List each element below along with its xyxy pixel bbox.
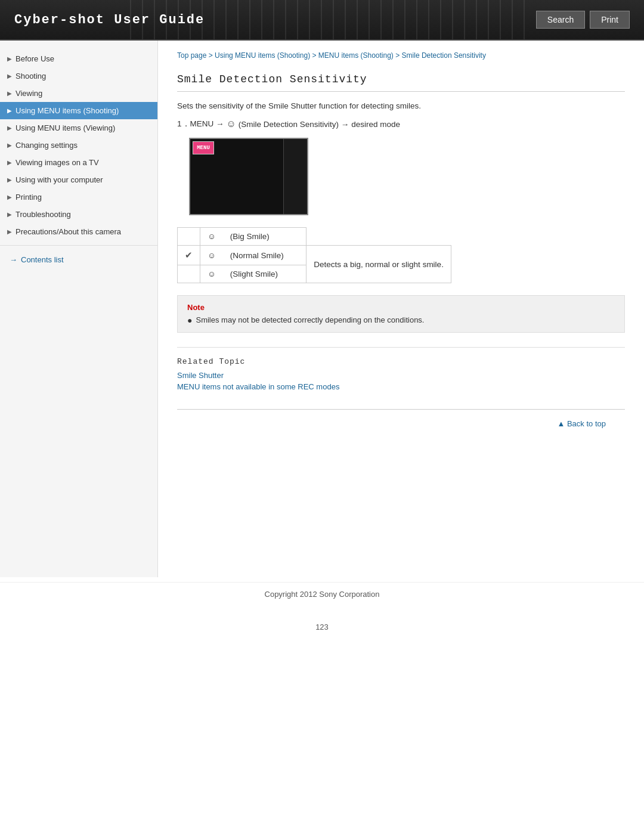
sidebar-item-10[interactable]: ▶ Precautions/About this camera — [0, 223, 157, 240]
breadcrumb: Top page > Using MENU items (Shooting) >… — [177, 50, 625, 61]
sidebar-arrow-4: ▶ — [7, 125, 12, 131]
breadcrumb-item-2[interactable]: MENU items (Shooting) — [318, 51, 394, 60]
sidebar-arrow-10: ▶ — [7, 228, 12, 235]
sidebar-item-6[interactable]: ▶ Viewing images on a TV — [0, 154, 157, 171]
sidebar-label-8: Printing — [16, 193, 42, 202]
sidebar-item-8[interactable]: ▶ Printing — [0, 188, 157, 206]
sidebar-arrow-6: ▶ — [7, 159, 12, 166]
desc-cell: Detects a big, normal or slight smile. — [306, 246, 451, 283]
sidebar-item-1[interactable]: ▶ Shooting — [0, 67, 157, 85]
step-1-text: 1．MENU → — [177, 119, 224, 129]
sidebar-item-2[interactable]: ▶ Viewing — [0, 85, 157, 102]
smile-table-row-1: ✔ ☺ (Normal Smile) Detects a big, normal… — [178, 246, 451, 265]
sidebar-arrow-7: ▶ — [7, 176, 12, 183]
copyright-text: Copyright 2012 Sony Corporation — [265, 590, 380, 599]
sidebar-label-6: Viewing images on a TV — [16, 158, 99, 167]
related-link-0[interactable]: Smile Shutter — [177, 371, 625, 380]
sidebar-item-3[interactable]: ▶ Using MENU items (Shooting) — [0, 102, 157, 119]
smile-table-row-0: ☺ (Big Smile) — [178, 228, 451, 246]
sidebar-item-4[interactable]: ▶ Using MENU items (Viewing) — [0, 119, 157, 137]
smiley-cell-2: ☺ — [200, 265, 223, 283]
smiley-icon-step: ☺ — [227, 119, 236, 129]
breadcrumb-item-0[interactable]: Top page — [177, 51, 206, 60]
arrow-right-icon: → — [10, 255, 17, 264]
breadcrumb-separator-0: > — [206, 51, 215, 60]
sidebar-item-5[interactable]: ▶ Changing settings — [0, 137, 157, 154]
smiley-cell-0: ☺ — [200, 228, 223, 246]
menu-screenshot: MENU — [189, 138, 308, 215]
sidebar-arrow-2: ▶ — [7, 90, 12, 97]
header-buttons: Search Print — [536, 11, 630, 29]
sidebar-arrow-0: ▶ — [7, 55, 12, 62]
sidebar-arrow-9: ▶ — [7, 211, 12, 218]
sidebar-item-0[interactable]: ▶ Before Use — [0, 50, 157, 67]
label-cell-1: (Normal Smile) — [223, 246, 306, 265]
empty-check-cell-0 — [178, 228, 200, 246]
main-content: Top page > Using MENU items (Shooting) >… — [158, 41, 644, 577]
step-1: 1．MENU → ☺ (Smile Detection Sensitivity)… — [177, 119, 625, 129]
sidebar-arrow-3: ▶ — [7, 107, 12, 114]
step-1-middle: (Smile Detection Sensitivity) → — [239, 120, 349, 129]
footer: Copyright 2012 Sony Corporation — [0, 582, 644, 617]
related-topic-section: Related Topic Smile ShutterMENU items no… — [177, 347, 625, 391]
smiley-cell-1: ☺ — [200, 246, 223, 265]
sidebar-label-0: Before Use — [16, 54, 54, 63]
note-title: Note — [187, 303, 615, 312]
sidebar-label-1: Shooting — [16, 72, 46, 80]
sidebar-label-2: Viewing — [16, 89, 42, 98]
back-to-top-row: ▲ Back to top — [177, 409, 625, 433]
sidebar-item-9[interactable]: ▶ Troubleshooting — [0, 206, 157, 223]
menu-right-bar — [283, 139, 307, 214]
content-description: Sets the sensitivity of the Smile Shutte… — [177, 101, 625, 110]
sidebar-label-10: Precautions/About this camera — [16, 227, 121, 236]
breadcrumb-item-1[interactable]: Using MENU items (Shooting) — [215, 51, 310, 60]
step-1-end: desired mode — [351, 120, 400, 129]
sidebar-arrow-1: ▶ — [7, 73, 12, 79]
label-cell-0: (Big Smile) — [223, 228, 306, 246]
check-icon-cell-1: ✔ — [178, 246, 200, 265]
sidebar-label-5: Changing settings — [16, 141, 78, 150]
site-title: Cyber-shot User Guide — [14, 13, 205, 27]
sidebar-arrow-5: ▶ — [7, 142, 12, 148]
breadcrumb-separator-2: > — [394, 51, 402, 60]
sidebar-divider — [0, 245, 157, 246]
note-bullet: ● Smiles may not be detected correctly d… — [187, 315, 615, 325]
breadcrumb-separator-1: > — [310, 51, 318, 60]
back-to-top-link[interactable]: ▲ Back to top — [557, 419, 606, 428]
related-topic-title: Related Topic — [177, 357, 625, 366]
sidebar-label-4: Using MENU items (Viewing) — [16, 123, 115, 132]
menu-button-sim: MENU — [193, 141, 214, 154]
sidebar-label-9: Troubleshooting — [16, 210, 71, 219]
note-text: Smiles may not be detected correctly dep… — [196, 315, 424, 324]
contents-list-label: Contents list — [21, 255, 64, 264]
search-button[interactable]: Search — [536, 11, 585, 29]
page-title: Smile Detection Sensitivity — [177, 73, 625, 92]
related-link-1[interactable]: MENU items not available in some REC mod… — [177, 382, 625, 391]
sidebar-label-3: Using MENU items (Shooting) — [16, 106, 119, 115]
header: Cyber-shot User Guide Search Print — [0, 0, 644, 41]
sidebar-arrow-8: ▶ — [7, 194, 12, 200]
print-button[interactable]: Print — [590, 11, 630, 29]
note-box: Note ● Smiles may not be detected correc… — [177, 295, 625, 333]
sidebar-item-7[interactable]: ▶ Using with your computer — [0, 171, 157, 188]
contents-list-link[interactable]: → Contents list — [0, 250, 157, 269]
empty-check-cell-2 — [178, 265, 200, 283]
label-cell-2: (Slight Smile) — [223, 265, 306, 283]
breadcrumb-item-3[interactable]: Smile Detection Sensitivity — [402, 51, 486, 60]
bullet-symbol: ● — [187, 315, 192, 325]
sidebar: ▶ Before Use▶ Shooting▶ Viewing▶ Using M… — [0, 41, 158, 577]
content-body: Sets the sensitivity of the Smile Shutte… — [177, 101, 625, 333]
page-number: 123 — [0, 617, 644, 637]
main-layout: ▶ Before Use▶ Shooting▶ Viewing▶ Using M… — [0, 41, 644, 577]
sidebar-label-7: Using with your computer — [16, 175, 103, 184]
smile-options-table: ☺ (Big Smile) ✔ ☺ (Normal Smile) Detects… — [177, 227, 451, 283]
